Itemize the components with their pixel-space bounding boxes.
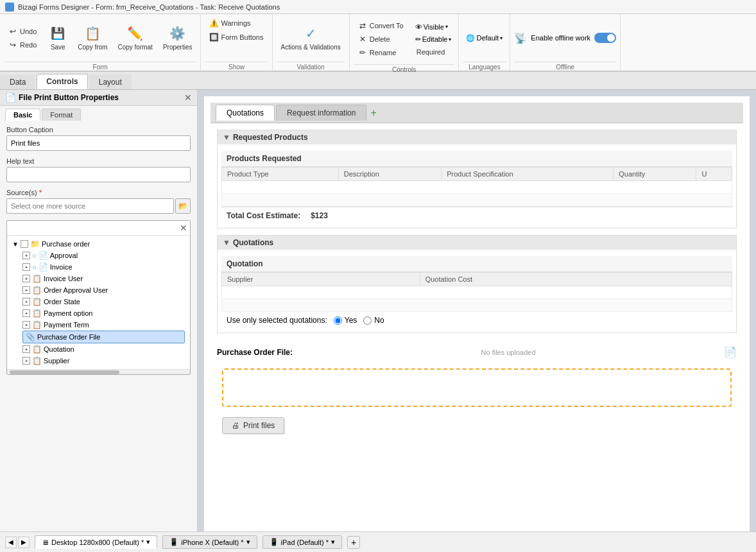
tree-item-label-payment-option: Payment option — [44, 309, 92, 317]
device-tab-desktop[interactable]: 🖥 Desktop 1280x800 (Default) * ▾ — [35, 535, 157, 549]
offline-toggle[interactable] — [594, 33, 616, 43]
tab-data[interactable]: Data — [0, 74, 35, 89]
tree-item-quotation[interactable]: + 📋 Quotation — [22, 343, 185, 355]
upload-icon: 📄 — [724, 346, 737, 358]
requested-products-header: ▼ Requested Products — [218, 130, 736, 144]
sub-tab-basic[interactable]: Basic — [5, 108, 40, 121]
tree-entity-icon-approval: 📄 — [39, 251, 48, 260]
copy-from-button[interactable]: 📋 Copy from — [73, 22, 112, 54]
col-quantity: Quantity — [614, 168, 696, 181]
sources-browse-button[interactable]: 📂 — [175, 198, 191, 214]
table-row — [222, 181, 732, 194]
tree-item-invoice-user[interactable]: + 📋 Invoice User — [22, 273, 185, 284]
tree-checkbox-order-state[interactable]: + — [22, 298, 30, 306]
requested-products-toggle[interactable]: ▼ — [223, 133, 230, 142]
device-tab-ipad[interactable]: 📱 iPad (Default) * ▾ — [262, 535, 343, 549]
quotations-toggle[interactable]: ▼ — [223, 238, 230, 247]
ribbon-validation-group: ✓ Actions & Validations Validation — [273, 14, 350, 71]
add-tab-button[interactable]: + — [368, 107, 379, 119]
products-requested-table: Product Type Description Product Specifi… — [221, 167, 732, 207]
save-button[interactable]: 💾 Save — [44, 22, 72, 54]
add-device-button[interactable]: + — [347, 536, 360, 549]
properties-button[interactable]: ⚙️ Properties — [159, 22, 197, 54]
tree-grid-icon-invoice-user: 📋 — [32, 274, 42, 283]
help-text-input[interactable] — [6, 167, 191, 182]
redo-button[interactable]: ↪ Redo — [4, 39, 41, 51]
ribbon-show-group: ⚠️ Warnings 🔲 Form Buttons Show — [201, 14, 272, 71]
languages-group-label: Languages — [463, 62, 506, 71]
form-tab-quotations[interactable]: Quotations — [216, 105, 275, 121]
tree-scrollbar[interactable] — [7, 369, 190, 374]
tab-layout[interactable]: Layout — [89, 74, 132, 89]
form-buttons-button[interactable]: 🔲 Form Buttons — [205, 31, 268, 44]
nav-left-button[interactable]: ◀ — [5, 537, 17, 548]
tree-item-label-order-approval-user: Order Approval User — [44, 286, 108, 294]
quotations-section: ▼ Quotations Quotation Supplier Quotatio… — [217, 235, 737, 333]
ribbon: ↩ Undo ↪ Redo 💾 Save 📋 Copy from ✏️ — [0, 14, 756, 72]
warnings-button[interactable]: ⚠️ Warnings — [205, 17, 255, 30]
dropdown-close-button[interactable]: ✕ — [180, 223, 187, 233]
device-tab-iphone[interactable]: 📱 iPhone X (Default) * ▾ — [162, 535, 257, 549]
properties-icon: ⚙️ — [169, 24, 187, 42]
button-caption-input[interactable] — [6, 135, 191, 151]
default-language-button[interactable]: 🌐 Default ▾ — [463, 32, 506, 44]
nav-right-button[interactable]: ▶ — [18, 537, 30, 548]
tree-content: ▼ 📁 Purchase order + ○ 📄 Approval — [7, 236, 190, 369]
tree-checkbox-order-approval-user[interactable]: + — [22, 286, 30, 294]
save-icon: 💾 — [49, 24, 67, 42]
tree-grid-icon-quotation: 📋 — [32, 345, 42, 354]
button-caption-field: Button Caption — [6, 126, 191, 151]
tree-checkbox-invoice-user[interactable]: + — [22, 275, 30, 282]
col-product-specification: Product Specification — [442, 168, 614, 181]
form-group-label: Form — [4, 62, 196, 71]
print-files-button[interactable]: 🖨 Print files — [222, 417, 284, 434]
undo-button[interactable]: ↩ Undo — [4, 25, 41, 38]
visible-button[interactable]: 👁 Visible ▾ — [412, 21, 455, 33]
iphone-tab-arrow: ▾ — [246, 538, 250, 546]
right-panel: Quotations Request information + ▼ Reque… — [198, 90, 756, 531]
tree-item-order-state[interactable]: + 📋 Order State — [22, 296, 185, 307]
radio-no[interactable]: No — [363, 316, 384, 325]
tree-item-approval[interactable]: + ○ 📄 Approval — [22, 250, 185, 261]
properties-panel-close-button[interactable]: ✕ — [184, 92, 192, 103]
tree-item-purchase-order[interactable]: ▼ 📁 Purchase order — [12, 238, 185, 250]
tree-checkbox-payment-term[interactable]: + — [22, 321, 30, 329]
tab-controls[interactable]: Controls — [37, 74, 87, 89]
tree-item-order-approval-user[interactable]: + 📋 Order Approval User — [22, 284, 185, 296]
copy-format-button[interactable]: ✏️ Copy format — [113, 22, 157, 54]
required-button[interactable]: Required — [412, 46, 455, 58]
properties-panel-title: File Print Button Properties — [19, 93, 119, 102]
tree-item-purchase-order-file[interactable]: 📎 Purchase Order File — [22, 331, 185, 343]
file-upload-area[interactable] — [222, 368, 732, 407]
convert-to-icon: ⇄ — [358, 21, 367, 30]
tree-folder-icon: 📁 — [30, 239, 40, 248]
actions-validations-button[interactable]: ✓ Actions & Validations — [277, 22, 345, 54]
tree-item-payment-option[interactable]: + 📋 Payment option — [22, 307, 185, 319]
tree-checkbox-purchase-order[interactable] — [21, 240, 28, 248]
tree-item-supplier[interactable]: + 📋 Supplier — [22, 355, 185, 367]
editable-button[interactable]: ✏ Editable ▾ — [412, 33, 455, 46]
tree-checkbox-invoice[interactable]: + — [22, 263, 30, 271]
editable-dropdown-arrow: ▾ — [449, 37, 451, 42]
button-caption-label: Button Caption — [6, 126, 191, 134]
tree-checkbox-quotation[interactable]: + — [22, 345, 30, 353]
convert-to-button[interactable]: ⇄ Convert To — [354, 19, 408, 32]
quotations-table: Supplier Quotation Cost — [221, 272, 732, 312]
tree-item-payment-term[interactable]: + 📋 Payment Term — [22, 319, 185, 331]
sources-input[interactable] — [6, 198, 174, 214]
delete-button[interactable]: ✕ Delete — [354, 33, 408, 46]
radio-no-input[interactable] — [363, 316, 372, 325]
tree-checkbox-approval[interactable]: + — [22, 252, 30, 259]
total-cost-value: $123 — [311, 211, 328, 220]
radio-yes-input[interactable] — [334, 316, 342, 325]
tree-checkbox-payment-option[interactable]: + — [22, 309, 30, 317]
radio-yes[interactable]: Yes — [334, 316, 357, 325]
undo-icon: ↩ — [8, 27, 17, 36]
language-dropdown-arrow: ▾ — [500, 35, 503, 41]
tree-checkbox-supplier[interactable]: + — [22, 357, 30, 365]
rename-button[interactable]: ✏ Rename — [354, 46, 408, 59]
tree-item-invoice[interactable]: + ○ 📄 Invoice — [22, 261, 185, 273]
form-tab-request-information[interactable]: Request information — [276, 105, 366, 121]
sub-tab-format[interactable]: Format — [42, 108, 81, 121]
left-panel: 📄 File Print Button Properties ✕ Basic F… — [0, 90, 198, 531]
